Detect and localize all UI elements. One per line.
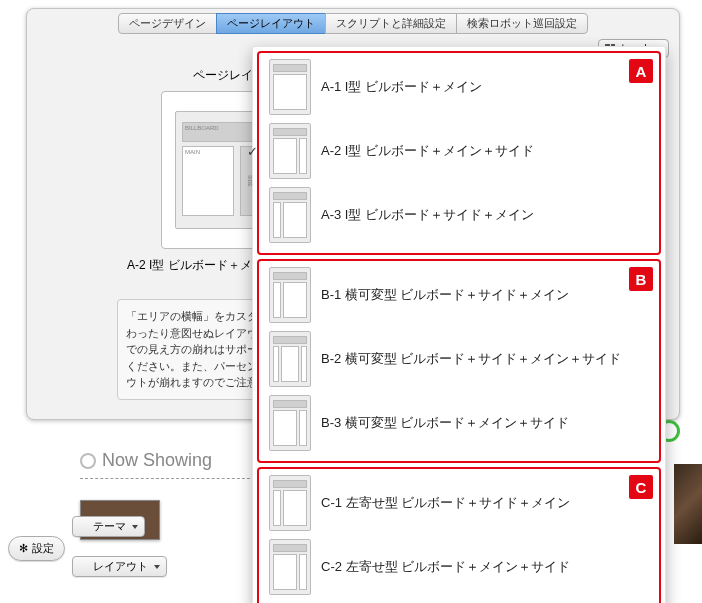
option-thumbnail — [269, 59, 311, 115]
layout-option[interactable]: C-2 左寄せ型 ビルボード＋メイン＋サイド — [263, 535, 655, 599]
settings-button[interactable]: ✻ 設定 — [8, 536, 65, 561]
option-thumbnail — [269, 123, 311, 179]
layout-option[interactable]: A-1 I型 ビルボード＋メイン — [263, 55, 655, 119]
billboard-area: BILLBOARD — [182, 122, 254, 142]
tab-design[interactable]: ページデザイン — [118, 13, 217, 34]
option-label: B-3 横可変型 ビルボード＋メイン＋サイド — [321, 414, 569, 432]
circle-icon — [80, 453, 96, 469]
layout-button[interactable]: レイアウト — [72, 556, 167, 577]
photo-thumbnail-right — [674, 464, 702, 544]
tab-robot[interactable]: 検索ロボット巡回設定 — [456, 13, 588, 34]
layout-option[interactable]: B-1 横可変型 ビルボード＋サイド＋メイン — [263, 263, 655, 327]
tab-layout[interactable]: ページレイアウト — [216, 13, 326, 34]
note-text: 「エリアの横幅」をカスタマ わったり意図せぬレイアウト での見え方の崩れはサポー… — [126, 310, 269, 388]
main-area: MAIN — [182, 146, 234, 216]
option-thumbnail — [269, 331, 311, 387]
theme-button[interactable]: テーマ — [72, 516, 145, 537]
now-showing-label: Now Showing — [102, 450, 212, 471]
option-thumbnail — [269, 267, 311, 323]
option-label: C-1 左寄せ型 ビルボード＋サイド＋メイン — [321, 494, 570, 512]
caret-down-icon — [132, 525, 138, 529]
layout-group: AA-1 I型 ビルボード＋メイン✓A-2 I型 ビルボード＋メイン＋サイドA-… — [257, 51, 661, 255]
settings-label: 設定 — [32, 541, 54, 556]
option-thumbnail — [269, 539, 311, 595]
layout-btn-label: レイアウト — [93, 559, 148, 574]
layout-option[interactable]: ✓A-2 I型 ビルボード＋メイン＋サイド — [263, 119, 655, 183]
layout-group: CC-1 左寄せ型 ビルボード＋サイド＋メインC-2 左寄せ型 ビルボード＋メイ… — [257, 467, 661, 603]
option-thumbnail — [269, 395, 311, 451]
checkmark-icon: ✓ — [247, 144, 258, 159]
tab-bar: ページデザイン ページレイアウト スクリプトと詳細設定 検索ロボット巡回設定 — [27, 7, 679, 34]
layout-dropdown: AA-1 I型 ビルボード＋メイン✓A-2 I型 ビルボード＋メイン＋サイドA-… — [252, 46, 666, 603]
layout-option[interactable]: B-2 横可変型 ビルボード＋サイド＋メイン＋サイド — [263, 327, 655, 391]
caret-down-icon — [154, 565, 160, 569]
option-label: A-1 I型 ビルボード＋メイン — [321, 78, 482, 96]
option-label: C-2 左寄せ型 ビルボード＋メイン＋サイド — [321, 558, 570, 576]
layout-option[interactable]: A-3 I型 ビルボード＋サイド＋メイン — [263, 183, 655, 247]
divider — [80, 478, 250, 479]
option-label: A-2 I型 ビルボード＋メイン＋サイド — [321, 142, 534, 160]
option-label: A-3 I型 ビルボード＋サイド＋メイン — [321, 206, 534, 224]
layout-thumbnail: BILLBOARD MAIN SIDE — [175, 111, 261, 229]
gear-icon: ✻ — [19, 542, 28, 555]
layout-option[interactable]: B-3 横可変型 ビルボード＋メイン＋サイド — [263, 391, 655, 455]
tab-script[interactable]: スクリプトと詳細設定 — [325, 13, 457, 34]
option-label: B-1 横可変型 ビルボード＋サイド＋メイン — [321, 286, 569, 304]
option-thumbnail — [269, 187, 311, 243]
theme-label: テーマ — [93, 519, 126, 534]
now-showing-heading: Now Showing — [80, 450, 212, 471]
option-thumbnail — [269, 475, 311, 531]
option-label: B-2 横可変型 ビルボード＋サイド＋メイン＋サイド — [321, 350, 621, 368]
layout-group: BB-1 横可変型 ビルボード＋サイド＋メインB-2 横可変型 ビルボード＋サイ… — [257, 259, 661, 463]
layout-option[interactable]: C-1 左寄せ型 ビルボード＋サイド＋メイン — [263, 471, 655, 535]
